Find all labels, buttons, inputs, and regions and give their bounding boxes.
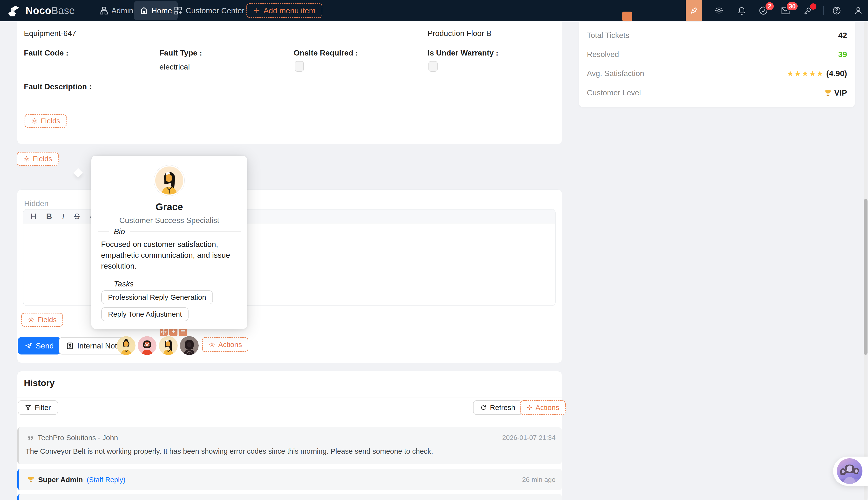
composer-fields-button[interactable]: Fields bbox=[21, 313, 63, 327]
page-tab-indicator[interactable] bbox=[622, 12, 632, 21]
gear-icon bbox=[209, 341, 215, 348]
move-arrows-icon bbox=[161, 329, 167, 335]
nav-item-label: Admin bbox=[112, 6, 133, 15]
avatar-illustration bbox=[180, 336, 199, 355]
nav-item-customer-center[interactable]: Customer Center bbox=[174, 0, 245, 21]
grace-name: Grace bbox=[91, 202, 247, 212]
warranty-label: Is Under Warranty : bbox=[427, 48, 498, 57]
nocobase-logo[interactable]: NocoBase bbox=[7, 0, 75, 21]
grace-avatar bbox=[154, 165, 185, 196]
fields-configure-button[interactable]: Fields bbox=[25, 114, 67, 128]
filter-button[interactable]: Filter bbox=[18, 400, 58, 415]
history-entry-staff[interactable]: Super Admin (Staff Reply) 26 min ago bbox=[17, 469, 562, 490]
tasks-badge: 2 bbox=[765, 1, 774, 11]
help-button[interactable] bbox=[828, 0, 845, 21]
actions-button-label: Actions bbox=[218, 341, 242, 349]
messages-badge: 30 bbox=[786, 1, 798, 11]
gear-icon bbox=[31, 117, 38, 124]
avatar-illustration bbox=[155, 167, 183, 194]
stat-row-total-tickets: Total Tickets 42 bbox=[587, 26, 847, 45]
ai-employee-popover: Grace Customer Success Specialist Bio Fo… bbox=[91, 156, 247, 329]
italic-button[interactable]: I bbox=[62, 212, 64, 221]
ai-team-icon bbox=[837, 458, 863, 484]
fields-button-label: Fields bbox=[41, 117, 60, 125]
onsite-required-label: Onsite Required : bbox=[294, 48, 358, 57]
tasks-button[interactable]: 2 bbox=[755, 0, 772, 21]
org-chart-icon bbox=[100, 7, 108, 15]
stat-row-customer-level: Customer Level VIP bbox=[587, 83, 847, 102]
drag-move-button[interactable] bbox=[160, 328, 168, 336]
home-icon bbox=[140, 7, 148, 15]
fault-code-label: Fault Code : bbox=[24, 48, 69, 57]
pen-icon bbox=[689, 6, 699, 15]
warranty-checkbox[interactable] bbox=[429, 61, 438, 72]
nav-item-label: Home bbox=[151, 6, 172, 15]
brand-text-bold: Noco bbox=[25, 5, 51, 16]
appstore-add-icon bbox=[174, 7, 182, 15]
add-menu-item-label: Add menu item bbox=[263, 6, 315, 15]
history-actions-button[interactable]: Actions bbox=[520, 400, 566, 415]
task-reply-tone[interactable]: Reply Tone Adjustment bbox=[101, 307, 189, 321]
nav-item-home[interactable]: Home bbox=[134, 1, 178, 20]
ai-employee-avatar-2[interactable] bbox=[138, 336, 156, 355]
note-save-icon bbox=[66, 342, 74, 350]
strikethrough-button[interactable]: S bbox=[74, 212, 80, 221]
fault-type-value: electrical bbox=[160, 62, 190, 71]
nav-divider bbox=[823, 6, 824, 15]
add-menu-item-button[interactable]: Add menu item bbox=[246, 3, 322, 18]
bold-button[interactable]: B bbox=[46, 212, 52, 221]
tasks-label: Tasks bbox=[114, 280, 133, 288]
stat-label: Resolved bbox=[587, 50, 619, 59]
filter-icon bbox=[25, 405, 31, 411]
tasks-divider: Tasks bbox=[98, 280, 241, 288]
messages-button[interactable]: 30 bbox=[777, 0, 794, 21]
entry-author: Super Admin bbox=[38, 476, 83, 484]
heading-button[interactable]: H bbox=[31, 212, 37, 221]
entry-message: The Conveyor Belt is not working properl… bbox=[25, 447, 555, 455]
stat-row-resolved: Resolved 39 bbox=[587, 45, 847, 64]
block-fields-button[interactable]: Fields bbox=[16, 152, 59, 166]
question-circle-icon bbox=[832, 6, 841, 15]
ai-employees-drawer-handle[interactable] bbox=[833, 457, 868, 486]
bell-icon bbox=[737, 6, 746, 15]
location-value: Production Floor B bbox=[427, 29, 491, 38]
plus-icon bbox=[254, 7, 260, 14]
fields-button-label: Fields bbox=[33, 155, 52, 163]
ai-highlighter-button[interactable] bbox=[686, 0, 702, 21]
history-title: History bbox=[24, 378, 55, 388]
stat-label: Avg. Satisfaction bbox=[587, 69, 644, 78]
avatar-illustration bbox=[159, 336, 178, 355]
nav-item-label: Customer Center bbox=[186, 6, 245, 15]
task-professional-reply[interactable]: Professional Reply Generation bbox=[101, 290, 213, 304]
gear-icon bbox=[23, 156, 30, 162]
history-entry-customer[interactable]: TechPro Solutions - John 2026-01-07 21:3… bbox=[17, 427, 562, 464]
ai-employee-avatar-4[interactable] bbox=[180, 336, 199, 355]
ai-employee-avatar-grace[interactable] bbox=[159, 336, 178, 355]
nav-item-admin[interactable]: Admin bbox=[100, 0, 133, 21]
user-menu-button[interactable] bbox=[850, 0, 867, 21]
bio-divider: Bio bbox=[98, 227, 241, 236]
gear-icon bbox=[28, 316, 34, 323]
notifications-button[interactable] bbox=[733, 0, 750, 21]
quote-icon bbox=[27, 435, 34, 441]
ai-employee-avatar-1[interactable] bbox=[117, 336, 136, 355]
actions-button-label: Actions bbox=[536, 404, 559, 412]
user-icon bbox=[854, 6, 863, 15]
avatar-illustration bbox=[117, 336, 136, 355]
scrollbar-thumb[interactable] bbox=[864, 199, 868, 355]
settings-button[interactable] bbox=[710, 0, 728, 21]
stat-label: Customer Level bbox=[587, 88, 641, 97]
send-button[interactable]: Send bbox=[18, 337, 60, 354]
ticket-details-block: Equipment-647 Production Floor B Fault C… bbox=[17, 10, 562, 144]
history-entry-staff-body[interactable]: Need help! bbox=[17, 494, 562, 500]
composer-actions-button[interactable]: Actions bbox=[202, 337, 248, 352]
stat-value: 42 bbox=[838, 31, 847, 40]
quick-action-button[interactable] bbox=[169, 328, 177, 336]
refresh-button[interactable]: Refresh bbox=[473, 400, 523, 415]
api-keys-button[interactable] bbox=[799, 0, 817, 21]
stat-value: VIP bbox=[834, 88, 847, 98]
filter-button-label: Filter bbox=[35, 404, 51, 412]
top-nav: NocoBase Admin Home Customer Center Add … bbox=[0, 0, 868, 21]
task-list-button[interactable] bbox=[179, 328, 187, 336]
onsite-required-checkbox[interactable] bbox=[295, 61, 304, 72]
